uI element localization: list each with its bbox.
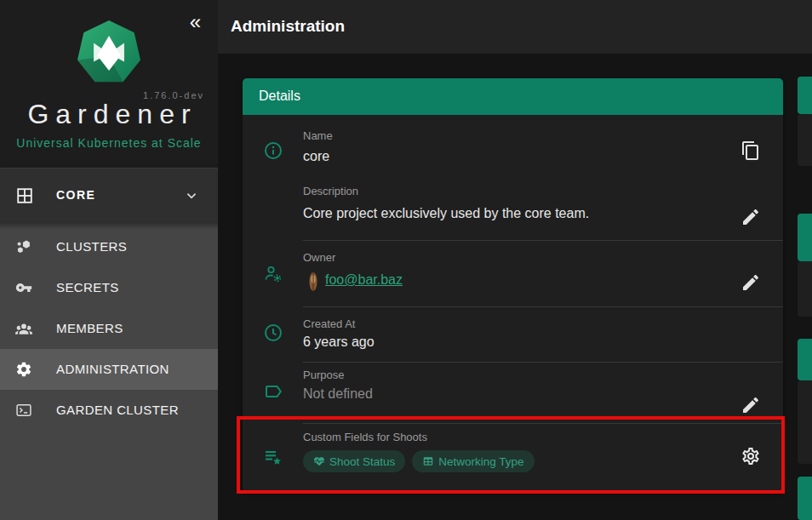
- purpose-value: Not defined: [303, 386, 373, 402]
- edit-owner-icon[interactable]: [741, 272, 761, 293]
- owner-email-link[interactable]: foo@bar.baz: [325, 272, 403, 288]
- description-value: Core project exclusively used by the cor…: [303, 206, 589, 221]
- owner-label: Owner: [303, 251, 335, 264]
- sidebar-menu: CLUSTERS SECRETS MEMBERS ADMINISTRATION: [0, 222, 218, 520]
- divider: [303, 240, 783, 241]
- divider: [303, 362, 783, 363]
- chip-networking-type: Networking Type: [412, 450, 534, 472]
- name-value: core: [303, 149, 329, 164]
- sidebar-item-label: ADMINISTRATION: [56, 362, 169, 376]
- table-icon: [422, 455, 434, 467]
- page-title: Administration: [231, 17, 345, 36]
- configure-custom-fields-gear-icon[interactable]: [741, 446, 761, 466]
- partial-card-body: [798, 261, 812, 317]
- sidebar-item-secrets[interactable]: SECRETS: [0, 267, 218, 308]
- details-card: Details Name core Description Core proje…: [243, 78, 783, 492]
- custom-fields-chips: Shoot Status Networking Type: [303, 450, 535, 472]
- console-icon: [15, 402, 32, 419]
- name-label: Name: [303, 129, 333, 142]
- chip-label: Networking Type: [438, 455, 523, 468]
- chip-shoot-status: Shoot Status: [303, 450, 405, 472]
- hexagon-cluster-icon: [15, 238, 32, 255]
- partial-card-header: [798, 477, 812, 520]
- custom-fields-label: Custom Fields for Shoots: [303, 431, 427, 443]
- sidebar-item-label: CLUSTERS: [56, 239, 127, 254]
- product-name: Gardener: [0, 99, 218, 130]
- partial-card-body: [798, 114, 812, 166]
- main-content: Details Name core Description Core proje…: [218, 54, 812, 520]
- sidebar-item-clusters[interactable]: CLUSTERS: [0, 226, 218, 267]
- sidebar: « 1.76.0-dev Gardener Universal Kubernet…: [0, 0, 218, 520]
- sidebar-section-core[interactable]: CORE: [0, 168, 218, 223]
- sidebar-section-label: CORE: [56, 188, 95, 202]
- clock-icon: [263, 323, 283, 343]
- sidebar-item-label: SECRETS: [56, 280, 119, 294]
- partial-card-header: [798, 77, 812, 114]
- key-icon: [15, 279, 32, 296]
- details-card-header: Details: [243, 78, 783, 115]
- divider: [303, 306, 783, 307]
- product-tagline: Universal Kubernetes at Scale: [0, 136, 218, 150]
- sidebar-item-label: GARDEN CLUSTER: [56, 403, 179, 417]
- sidebar-item-label: MEMBERS: [56, 321, 123, 335]
- gardener-dashboard: « 1.76.0-dev Gardener Universal Kubernet…: [0, 0, 812, 520]
- heart-pulse-icon: [313, 455, 325, 467]
- partial-card-header: [798, 339, 812, 380]
- copy-icon[interactable]: [741, 140, 761, 161]
- description-label: Description: [303, 185, 358, 197]
- chevron-down-icon[interactable]: [182, 186, 201, 205]
- edit-description-icon[interactable]: [741, 207, 761, 227]
- created-at-label: Created At: [303, 317, 355, 330]
- playlist-star-icon: [263, 447, 283, 467]
- purpose-label: Purpose: [303, 369, 344, 381]
- edit-purpose-icon[interactable]: [741, 395, 761, 415]
- sidebar-item-administration[interactable]: ADMINISTRATION: [0, 349, 218, 390]
- label-icon: [263, 381, 283, 402]
- divider: [303, 423, 783, 424]
- chip-label: Shoot Status: [329, 455, 395, 468]
- partial-card-body: [798, 380, 812, 464]
- account-cog-icon: [263, 264, 283, 284]
- info-icon: [263, 140, 283, 161]
- created-at-value: 6 years ago: [303, 334, 375, 350]
- details-card-title: Details: [259, 89, 300, 104]
- partial-card-header: [798, 214, 812, 261]
- sidebar-item-garden-cluster[interactable]: GARDEN CLUSTER: [0, 390, 218, 431]
- app-bar: Administration: [218, 0, 812, 54]
- sidebar-item-members[interactable]: MEMBERS: [0, 308, 218, 349]
- grid-icon: [15, 186, 34, 205]
- gardener-logo: [77, 20, 141, 85]
- cog-icon: [15, 361, 32, 378]
- collapse-sidebar-button[interactable]: «: [190, 12, 201, 32]
- account-group-icon: [15, 320, 32, 337]
- owner-avatar: [307, 271, 319, 293]
